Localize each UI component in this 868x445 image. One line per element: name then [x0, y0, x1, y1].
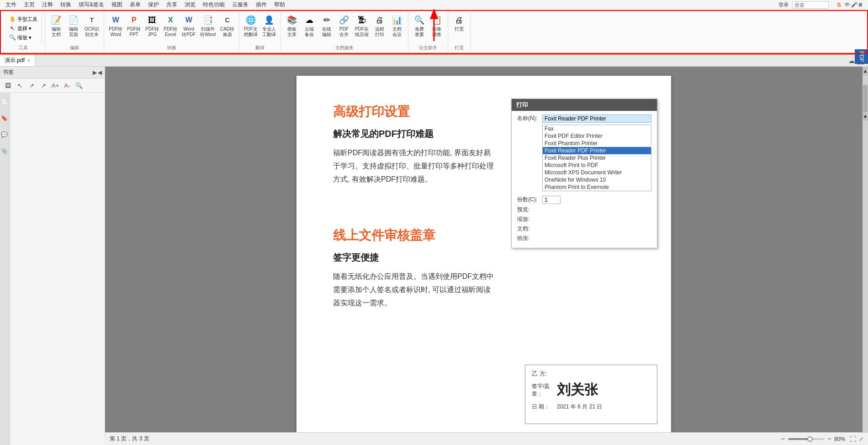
pdf-compress-icon: 🗜 — [355, 14, 368, 26]
zoom-fill — [788, 438, 810, 440]
search-input[interactable] — [792, 1, 829, 9]
cloud-label: 云端备份 — [305, 26, 314, 37]
sidebar-search-btn[interactable]: 🔍 — [74, 80, 84, 90]
menu-cloud[interactable]: 云服务 — [228, 0, 252, 10]
ocr-btn[interactable]: T OCR识别文本 — [83, 13, 101, 38]
online-edit-btn[interactable]: ✏ 在线编辑 — [318, 13, 335, 38]
fullscreen-btn[interactable]: ⛶ — [850, 435, 856, 443]
hand-tool-btn[interactable]: ✋ 手型工具 — [7, 15, 39, 24]
print-btn[interactable]: 🖨 打宽 — [451, 13, 467, 33]
print-name-input[interactable] — [542, 115, 651, 123]
sidebar-expand-btn[interactable]: ▶ — [93, 69, 97, 76]
tools-subgroup: ✋ 手型工具 ↖ 选择 ▾ 🔍 缩放 ▾ — [5, 13, 42, 44]
pdf-editor-btn[interactable]: PDF编辑器 — [855, 49, 868, 64]
sidebar-select1-btn[interactable]: ↖ — [15, 80, 25, 90]
zoom-thumb[interactable] — [807, 436, 813, 442]
menu-plugin[interactable]: 插件 — [252, 0, 270, 10]
tab-close-btn[interactable]: × — [27, 58, 30, 63]
printer-fax[interactable]: Fax — [543, 125, 651, 132]
doc-meeting-label: 文档会议 — [392, 26, 402, 37]
remote-print-label: 远程打印 — [375, 26, 384, 37]
sidebar-fontup-btn[interactable]: A+ — [50, 80, 60, 90]
copies-input[interactable] — [542, 196, 561, 204]
edit-page-btn[interactable]: 📄 编辑页面 — [65, 13, 82, 38]
hand-icon: ✋ — [9, 16, 16, 23]
zoom-btn[interactable]: 🔍 缩放 ▾ — [7, 33, 39, 42]
menu-form[interactable]: 表单 — [126, 0, 144, 10]
menu-file[interactable]: 文件 — [2, 0, 20, 10]
menu-browse[interactable]: 浏览 — [181, 0, 199, 10]
panel-btn-4[interactable]: 📎 — [0, 147, 10, 156]
pro-translate-btn[interactable]: 👤 专业人工翻译 — [260, 13, 278, 38]
zoom-plus-btn[interactable]: − — [827, 435, 831, 443]
panel-btn-1[interactable]: 📄 — [0, 97, 10, 106]
menu-convert[interactable]: 转换 — [57, 0, 75, 10]
free-check-label: 免费查重 — [415, 26, 424, 37]
sidebar-content: 📄 🔖 💬 📎 — [0, 93, 105, 445]
menu-fill-sign[interactable]: 填写&签名 — [75, 0, 108, 10]
doc-meeting-icon: 📊 — [391, 14, 403, 26]
menu-annotation[interactable]: 注释 — [38, 0, 57, 10]
menu-view[interactable]: 视图 — [108, 0, 126, 10]
scroll-up-btn[interactable]: ▲ — [863, 68, 868, 75]
menu-protect[interactable]: 保护 — [144, 0, 163, 10]
printer-foxit-phantom[interactable]: Foxit Phantom Printer — [543, 140, 651, 147]
select-btn[interactable]: ↖ 选择 ▾ — [7, 24, 39, 33]
free-check-btn[interactable]: 🔍 免费查重 — [411, 13, 428, 38]
menu-help[interactable]: 帮助 — [270, 0, 289, 10]
printer-evernote[interactable]: Phantom Print to Evernote — [543, 183, 651, 191]
print-dialog: 打印 名称(N): Fax Foxit PDF Editor Printer F… — [511, 99, 657, 248]
printer-ms-xps[interactable]: Microsoft XPS Document Writer — [543, 169, 651, 176]
translate-group-label: 翻译 — [255, 44, 265, 51]
sidebar-select2-btn[interactable]: ↗ — [26, 80, 37, 90]
zoom-slider[interactable] — [788, 438, 825, 440]
printer-foxit-reader[interactable]: Foxit Reader PDF Printer — [543, 147, 651, 154]
signature-date-row: 日 期： 2021 年 6 月 21 日 — [532, 403, 651, 411]
active-tab[interactable]: 演示.pdf × — [0, 55, 35, 66]
sidebar-select3-btn[interactable]: ↗ — [38, 80, 48, 90]
printer-onenote[interactable]: OneNote for Windows 10 — [543, 176, 651, 183]
pdf-translate-btn[interactable]: 🌐 PDF文档翻译 — [242, 13, 259, 38]
remote-print-btn[interactable]: 🖨 远程打印 — [371, 13, 388, 38]
scroll-thumb[interactable] — [863, 85, 868, 112]
menu-home[interactable]: 主页 — [20, 0, 38, 10]
printer-ms-pdf[interactable]: Microsoft Print to PDF — [543, 162, 651, 169]
edit-group-label: 编辑 — [70, 44, 79, 51]
login-btn[interactable]: 登录 — [778, 1, 789, 8]
pdf-to-jpg-btn[interactable]: 🖼 PDF转JPG — [143, 13, 161, 38]
pdf-merge-btn[interactable]: 🔗 PDF合并 — [336, 13, 352, 38]
panel-btn-2[interactable]: 🔖 — [0, 114, 10, 123]
sidebar-collapse-btn[interactable]: ◀ — [98, 69, 102, 76]
pdf-to-ppt-btn[interactable]: P PDF转PPT — [125, 13, 143, 38]
edit-doc-btn[interactable]: 📝 编辑文档 — [48, 13, 64, 38]
menu-special[interactable]: 特色功能 — [199, 0, 228, 10]
sidebar: 书签 ▶ ◀ 🖼 ↖ ↗ ↗ A+ A- 🔍 📄 🔖 💬 📎 — [0, 67, 105, 445]
print-printer-list[interactable]: Fax Foxit PDF Editor Printer Foxit Phant… — [542, 125, 651, 191]
doc-meeting-btn[interactable]: 📊 文档会议 — [389, 13, 405, 38]
panel-btn-3[interactable]: 💬 — [0, 130, 10, 139]
word-pdf-label: Word转PDF — [182, 26, 196, 37]
survey-btn[interactable]: 📋 阅卷调查 — [429, 13, 445, 38]
zoom-value: 80% — [834, 436, 845, 442]
zoom-minus-btn[interactable]: − — [781, 435, 785, 443]
scroll-down-btn[interactable]: ▼ — [863, 113, 868, 120]
pdf-compress-btn[interactable]: 🗜 PDF在线压缩 — [353, 13, 370, 38]
menu-share[interactable]: 共享 — [163, 0, 181, 10]
sidebar-fontdown-btn[interactable]: A- — [62, 80, 72, 90]
pdf-scrollbar[interactable]: ▲ ▼ — [863, 67, 868, 445]
sidebar-image-btn[interactable]: 🖼 — [3, 80, 13, 90]
pro-translate-icon: 👤 — [263, 14, 275, 26]
fit-btn[interactable]: ⤢ — [859, 436, 863, 442]
printer-foxit-editor[interactable]: Foxit PDF Editor Printer — [543, 132, 651, 140]
scan-to-word-btn[interactable]: 📑 扫描件转Word — [198, 13, 217, 38]
pdf-to-word-btn[interactable]: W PDF转Word — [107, 13, 124, 38]
sidebar-header-buttons: ▶ ◀ — [93, 69, 102, 76]
printer-foxit-plus[interactable]: Foxit Reader Plus Printer — [543, 154, 651, 162]
cloud-backup-btn[interactable]: ☁ 云端备份 — [301, 13, 318, 38]
edit-page-label: 编辑页面 — [69, 26, 78, 37]
template-btn[interactable]: 📚 模板文库 — [284, 13, 300, 38]
pdf-to-excel-btn[interactable]: X PDF转Excel — [162, 13, 179, 38]
online-edit-icon: ✏ — [320, 14, 333, 26]
word-to-pdf-btn[interactable]: W Word转PDF — [180, 13, 197, 38]
cad-converter-btn[interactable]: C CAD转换器 — [218, 13, 236, 38]
